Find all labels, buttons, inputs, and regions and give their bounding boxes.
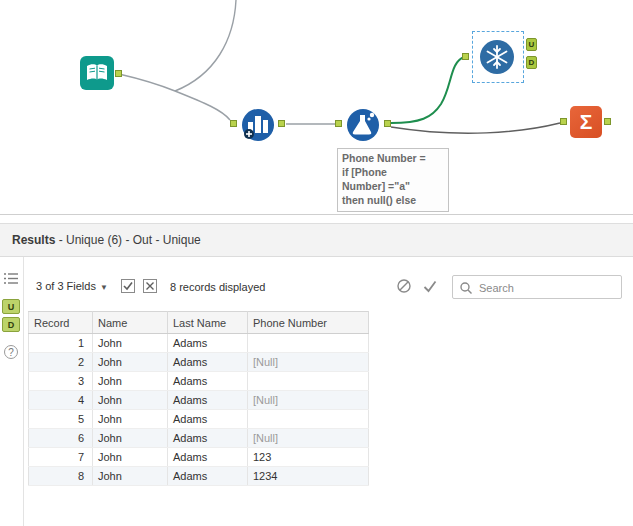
table-row[interactable]: 4JohnAdams[Null]: [29, 391, 369, 410]
unique-d-anchor[interactable]: D: [526, 56, 537, 69]
results-panel: Results - Unique (6) - Out - Unique U D …: [0, 214, 633, 526]
formula-input-anchor[interactable]: [335, 120, 342, 127]
table-cell: [Null]: [248, 353, 369, 372]
table-cell: 7: [29, 448, 93, 467]
search-input[interactable]: [477, 277, 621, 299]
table-row[interactable]: 1JohnAdams: [29, 334, 369, 353]
deselect-all-icon[interactable]: [142, 278, 158, 294]
column-header[interactable]: Name: [93, 312, 168, 334]
annotation-line: Number] ="a": [342, 179, 444, 193]
results-toolbar: 3 of 3 Fields▼ 8 records displayed: [24, 257, 633, 303]
formula-flask-icon: [346, 108, 380, 142]
search-box[interactable]: [452, 275, 622, 299]
table-cell: 5: [29, 410, 93, 429]
table-cell: John: [93, 448, 168, 467]
column-header[interactable]: Phone Number: [248, 312, 369, 334]
table-cell: Adams: [168, 372, 248, 391]
results-title-bold: Results: [12, 233, 55, 247]
table-cell: Adams: [168, 410, 248, 429]
unique-input-anchor[interactable]: [462, 53, 469, 60]
results-title: Results - Unique (6) - Out - Unique: [12, 233, 201, 247]
formula-tool[interactable]: [346, 108, 380, 146]
table-cell: Adams: [168, 353, 248, 372]
table-cell: 1: [29, 334, 93, 353]
column-header[interactable]: Record: [29, 312, 93, 334]
tool1-input-anchor[interactable]: [230, 120, 237, 127]
table-cell: [248, 410, 369, 429]
annotation-line: Phone Number =: [342, 151, 444, 165]
table-cell: [248, 334, 369, 353]
summarize-tool[interactable]: Σ: [570, 106, 602, 138]
table-cell: 1234: [248, 467, 369, 486]
input-data-icon: [80, 56, 114, 90]
table-row[interactable]: 5JohnAdams: [29, 410, 369, 429]
table-cell: John: [93, 391, 168, 410]
sidebar-anchor-u-tab[interactable]: U: [2, 299, 20, 314]
column-header[interactable]: Last Name: [168, 312, 248, 334]
results-table-body: 1JohnAdams2JohnAdams[Null]3JohnAdams4Joh…: [29, 334, 369, 486]
annotation-line: if [Phone: [342, 165, 444, 179]
table-cell: John: [93, 467, 168, 486]
results-table: RecordNameLast NamePhone Number 1JohnAda…: [28, 311, 369, 486]
results-table-head-row: RecordNameLast NamePhone Number: [29, 312, 369, 334]
apply-check-icon[interactable]: [422, 278, 438, 294]
table-cell: John: [93, 372, 168, 391]
table-cell: 2: [29, 353, 93, 372]
workflow-canvas[interactable]: U D Σ Phone Number =if [PhoneNumber] ="a…: [0, 0, 633, 214]
select-all-checkbox-icon[interactable]: [120, 278, 136, 294]
table-row[interactable]: 2JohnAdams[Null]: [29, 353, 369, 372]
results-title-context: - Unique (6) - Out - Unique: [55, 233, 200, 247]
results-sidebar: U D ?: [0, 257, 24, 526]
tool-annotation[interactable]: Phone Number =if [PhoneNumber] ="a"then …: [337, 148, 449, 212]
table-row[interactable]: 7JohnAdams123: [29, 448, 369, 467]
table-row[interactable]: 3JohnAdams: [29, 372, 369, 391]
table-cell: [248, 372, 369, 391]
table-cell: Adams: [168, 391, 248, 410]
unique-u-anchor[interactable]: U: [526, 38, 537, 51]
records-displayed-label: 8 records displayed: [170, 281, 265, 293]
no-filter-icon[interactable]: [396, 278, 412, 294]
blue-tool[interactable]: [241, 108, 275, 146]
table-cell: Adams: [168, 429, 248, 448]
formula-output-anchor[interactable]: [384, 120, 391, 127]
table-cell: Adams: [168, 448, 248, 467]
table-cell: 123: [248, 448, 369, 467]
connection-lines: [0, 0, 633, 214]
table-cell: John: [93, 353, 168, 372]
snowflake-icon: [479, 39, 515, 75]
table-cell: Adams: [168, 334, 248, 353]
summarize-input-anchor[interactable]: [560, 118, 567, 125]
summarize-output-anchor[interactable]: [604, 118, 611, 125]
table-cell: 3: [29, 372, 93, 391]
table-cell: 4: [29, 391, 93, 410]
table-row[interactable]: 6JohnAdams[Null]: [29, 429, 369, 448]
input-data-tool[interactable]: [80, 56, 114, 94]
table-cell: 8: [29, 467, 93, 486]
tool1-output-anchor[interactable]: [278, 120, 285, 127]
results-panel-header: Results - Unique (6) - Out - Unique: [0, 223, 633, 257]
table-cell: Adams: [168, 467, 248, 486]
help-icon[interactable]: ?: [4, 345, 18, 359]
table-cell: John: [93, 410, 168, 429]
table-cell: John: [93, 334, 168, 353]
table-cell: John: [93, 429, 168, 448]
fields-dropdown[interactable]: 3 of 3 Fields▼: [36, 280, 108, 292]
fields-dropdown-label: 3 of 3 Fields: [36, 280, 96, 292]
table-cell: 6: [29, 429, 93, 448]
table-cell: [Null]: [248, 429, 369, 448]
chevron-down-icon: ▼: [100, 283, 108, 292]
table-cell: [Null]: [248, 391, 369, 410]
annotation-line: then null() else: [342, 193, 444, 207]
blue-tool-icon: [241, 108, 275, 142]
table-row[interactable]: 8JohnAdams1234: [29, 467, 369, 486]
metadata-list-icon[interactable]: [3, 271, 20, 286]
input-output-anchor[interactable]: [115, 70, 122, 77]
unique-tool[interactable]: [479, 39, 515, 79]
app-window: U D Σ Phone Number =if [PhoneNumber] ="a…: [0, 0, 633, 526]
sidebar-anchor-d-tab[interactable]: D: [2, 317, 20, 332]
search-icon: [459, 281, 473, 295]
